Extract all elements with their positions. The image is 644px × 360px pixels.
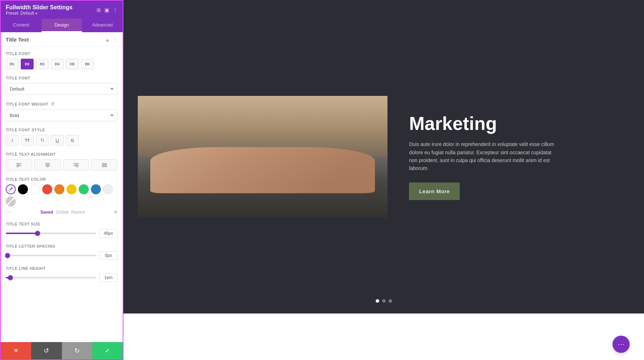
floating-action-button[interactable]: ⋯: [613, 336, 630, 353]
align-center-btn[interactable]: [34, 159, 61, 171]
style-btn-uppercase[interactable]: TT: [21, 135, 34, 146]
panel-title: Fullwidth Slider Settings: [6, 4, 73, 11]
style-btn-capitalize[interactable]: Tt: [36, 135, 49, 146]
title-text-color-label: Title Text Color: [6, 177, 118, 181]
title-line-height-input[interactable]: [99, 273, 118, 282]
align-right-btn[interactable]: [63, 159, 89, 171]
svg-rect-13: [102, 164, 107, 165]
heading-buttons: H1 H2 H3 H4 H5 H6: [6, 59, 118, 69]
section-title: Title Text: [6, 37, 29, 43]
reset-button[interactable]: ↺: [31, 342, 62, 359]
title-letter-spacing-label: Title Letter Spacing: [6, 244, 118, 248]
cancel-button[interactable]: ✕: [1, 342, 31, 359]
align-left-btn[interactable]: [6, 159, 32, 171]
color-swatch-black[interactable]: [18, 184, 28, 194]
title-line-height-track[interactable]: [6, 277, 96, 278]
title-letter-spacing-track[interactable]: [6, 255, 96, 256]
preset-dropdown-icon: ▾: [35, 11, 37, 15]
title-line-height-label: Title Line Height: [6, 266, 118, 271]
color-more-icon[interactable]: ⋯: [6, 209, 11, 215]
slider-dot-3[interactable]: [389, 299, 392, 303]
tab-content[interactable]: Content: [1, 19, 42, 32]
section-header: Title Text ▲ ⋮: [1, 32, 123, 47]
heading-btn-h5[interactable]: H5: [66, 59, 79, 69]
section-more-icon[interactable]: ⋮: [113, 37, 118, 43]
title-letter-spacing-group: Title Letter Spacing: [6, 244, 118, 260]
color-swatch-white[interactable]: [30, 184, 40, 194]
below-preview: ⋯: [123, 313, 644, 360]
align-justify-btn[interactable]: [91, 159, 118, 171]
eyedropper-swatch[interactable]: [6, 184, 16, 194]
title-letter-spacing-input[interactable]: [99, 251, 118, 260]
slide-learn-more-button[interactable]: Learn More: [409, 183, 460, 200]
redo-button[interactable]: ↻: [62, 342, 92, 359]
slide-body-text: Duis aute irure dolor in reprehenderit i…: [409, 140, 559, 172]
panel-tabs: Content Design Advanced: [1, 19, 123, 32]
color-swatch-striped[interactable]: ⟋: [6, 196, 16, 206]
svg-rect-3: [16, 166, 19, 167]
svg-rect-12: [102, 163, 107, 164]
heading-btn-h2[interactable]: H2: [21, 59, 34, 69]
color-tab-recent[interactable]: Recent: [71, 210, 85, 215]
svg-rect-1: [16, 164, 20, 165]
svg-rect-9: [75, 164, 78, 165]
color-tabs: Saved Global Recent: [40, 210, 85, 215]
slide-heading: Marketing: [409, 113, 623, 134]
heading-btn-h3[interactable]: H3: [36, 59, 49, 69]
panel-preset[interactable]: Preset: Default ▾: [6, 11, 73, 16]
color-tab-saved[interactable]: Saved: [40, 210, 53, 215]
color-swatch-blue[interactable]: [91, 184, 101, 194]
responsive-icon[interactable]: ⊞: [97, 7, 101, 13]
slide-image: [138, 96, 387, 218]
font-style-buttons: I TT Tt U S: [6, 135, 118, 146]
title-letter-spacing-thumb[interactable]: [5, 253, 10, 258]
slider-dots: [376, 299, 392, 303]
title-font-weight-select[interactable]: Bold: [6, 110, 118, 121]
title-letter-spacing-slider-row: [6, 251, 118, 260]
style-btn-underline[interactable]: U: [51, 135, 64, 146]
color-swatch-orange[interactable]: [54, 184, 64, 194]
title-font-weight-group: Title Font Weight ↺ Bold: [6, 101, 118, 121]
title-font-group: Title Font Default: [6, 76, 118, 95]
collapse-icon[interactable]: ▲: [105, 37, 110, 43]
title-font-select[interactable]: Default: [6, 83, 118, 95]
title-text-size-track[interactable]: [6, 233, 96, 234]
right-panel: Marketing Duis aute irure dolor in repre…: [123, 0, 644, 360]
color-settings-icon[interactable]: ⚙: [114, 210, 118, 215]
svg-rect-6: [45, 165, 50, 166]
title-line-height-group: Title Line Height: [6, 266, 118, 282]
heading-btn-h1[interactable]: H1: [6, 59, 19, 69]
color-swatch-red[interactable]: [42, 184, 52, 194]
svg-rect-5: [46, 164, 49, 165]
style-btn-italic[interactable]: I: [6, 135, 19, 146]
layout-icon[interactable]: ▣: [104, 7, 109, 13]
title-text-alignment-label: Title Text Alignment: [6, 152, 118, 156]
title-text-size-slider-row: [6, 229, 118, 238]
heading-btn-h6[interactable]: H6: [81, 59, 94, 69]
slider-dot-1[interactable]: [376, 299, 379, 303]
slider-dot-2[interactable]: [382, 299, 386, 303]
title-line-height-thumb[interactable]: [8, 275, 13, 280]
color-swatches: ⟋: [6, 184, 118, 206]
title-line-height-slider-row: [6, 273, 118, 282]
panel-header: Fullwidth Slider Settings Preset: Defaul…: [1, 1, 123, 19]
svg-rect-14: [102, 165, 107, 166]
font-weight-reset-icon[interactable]: ↺: [50, 101, 55, 107]
title-text-size-thumb[interactable]: [35, 231, 40, 236]
tab-design[interactable]: Design: [42, 19, 82, 32]
more-options-icon[interactable]: ⋮: [113, 7, 118, 13]
heading-btn-h4[interactable]: H4: [51, 59, 64, 69]
svg-rect-10: [73, 165, 78, 166]
tab-advanced[interactable]: Advanced: [82, 19, 123, 32]
title-text-size-fill: [6, 233, 38, 234]
svg-rect-11: [75, 166, 78, 167]
style-btn-strikethrough[interactable]: S: [66, 135, 79, 146]
color-tab-global[interactable]: Global: [56, 210, 68, 215]
color-swatch-green[interactable]: [79, 184, 89, 194]
color-swatch-light-gray[interactable]: [103, 184, 113, 194]
svg-rect-8: [73, 163, 78, 164]
save-button[interactable]: ✓: [92, 342, 123, 359]
panel-body: Title Font H1 H2 H3 H4 H5 H6 Title Font …: [1, 47, 123, 342]
color-swatch-yellow[interactable]: [67, 184, 77, 194]
title-text-size-input[interactable]: [99, 229, 118, 238]
